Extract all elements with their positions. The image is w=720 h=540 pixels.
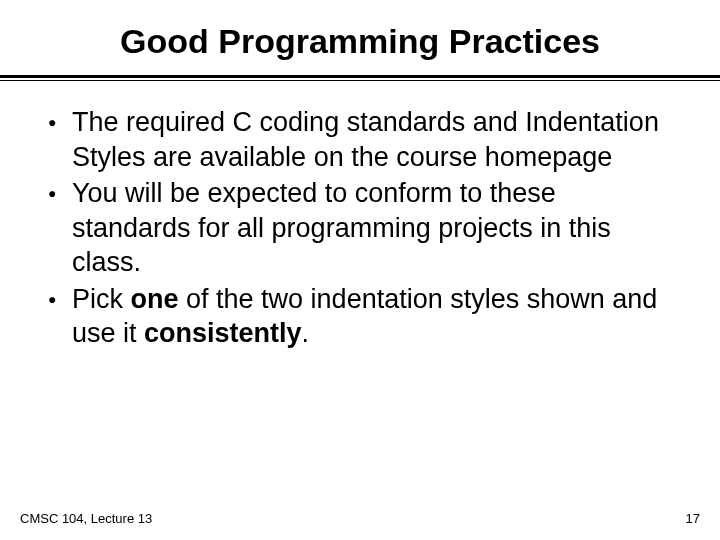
slide-title: Good Programming Practices bbox=[40, 22, 680, 61]
bullet-text: The required C coding standards and Inde… bbox=[72, 105, 674, 174]
title-rule-thick bbox=[0, 75, 720, 78]
list-item: ● Pick one of the two indentation styles… bbox=[46, 282, 674, 351]
footer-left: CMSC 104, Lecture 13 bbox=[20, 511, 152, 526]
list-item: ● The required C coding standards and In… bbox=[46, 105, 674, 174]
bullet-icon: ● bbox=[46, 176, 72, 210]
bullet-icon: ● bbox=[46, 105, 72, 139]
bullet-icon: ● bbox=[46, 282, 72, 316]
bullet-list: ● The required C coding standards and In… bbox=[40, 105, 680, 351]
page-number: 17 bbox=[686, 511, 700, 526]
title-rule-thin bbox=[0, 80, 720, 81]
bullet-text: Pick one of the two indentation styles s… bbox=[72, 282, 674, 351]
slide: Good Programming Practices ● The require… bbox=[0, 0, 720, 540]
list-item: ● You will be expected to conform to the… bbox=[46, 176, 674, 280]
bullet-text: You will be expected to conform to these… bbox=[72, 176, 674, 280]
